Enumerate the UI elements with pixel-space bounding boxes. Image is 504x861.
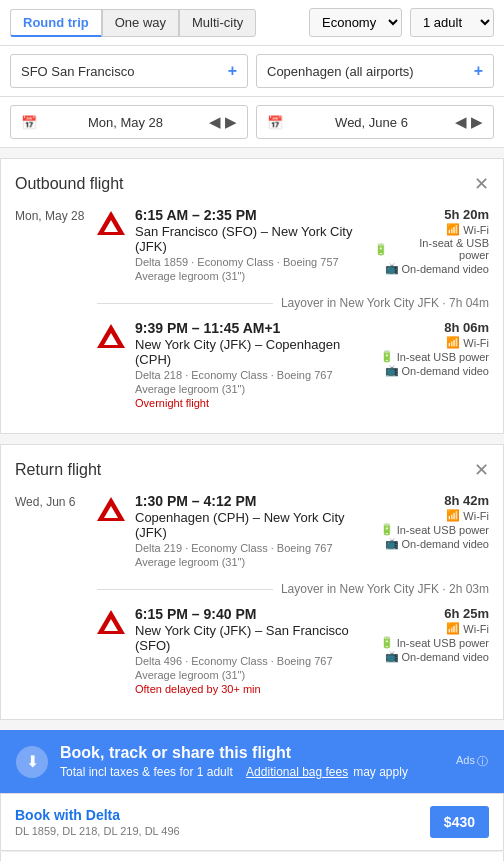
- return-seg1-video: 📺 On-demand video: [374, 537, 489, 550]
- outbound-layover-text: Layover in New York City JFK: [281, 296, 439, 310]
- booking-option-delta-name[interactable]: Book with Delta: [15, 807, 180, 823]
- outbound-seg1-video: 📺 On-demand video: [374, 262, 489, 275]
- return-seg2-time: 6:15 PM – 9:40 PM: [135, 606, 364, 622]
- return-header: Return flight ✕: [15, 459, 489, 481]
- return-seg2-details: Delta 496 · Economy Class · Boeing 767: [135, 655, 364, 667]
- outbound-layover-duration: 7h 04m: [449, 296, 489, 310]
- outbound-seg2-duration: 8h 06m: [374, 320, 489, 335]
- depart-date-input[interactable]: 📅 Mon, May 28 ◀ ▶: [10, 105, 248, 139]
- outbound-seg2-time: 9:39 PM – 11:45 AM+1: [135, 320, 364, 336]
- one-way-button[interactable]: One way: [102, 9, 179, 37]
- destination-input[interactable]: Copenhagen (all airports) +: [256, 54, 494, 88]
- outbound-seg1-route: San Francisco (SFO) – New York City (JFK…: [135, 224, 364, 254]
- return-segment-1: Wed, Jun 6 1:30 PM – 4:12 PM Copenhagen …: [15, 493, 489, 568]
- booking-option-delta: Book with Delta DL 1859, DL 218, DL 219,…: [0, 793, 504, 851]
- book-subtitle-text: Total incl taxes & fees for 1 adult: [60, 765, 233, 779]
- outbound-seg2-details: Delta 218 · Economy Class · Boeing 767: [135, 369, 364, 381]
- outbound-title: Outbound flight: [15, 175, 124, 193]
- return-date-input[interactable]: 📅 Wed, June 6 ◀ ▶: [256, 105, 494, 139]
- outbound-date: Mon, May 28: [15, 207, 87, 282]
- usb-icon-4: 🔋: [380, 636, 394, 649]
- wifi-icon-2: 📶: [446, 336, 460, 349]
- outbound-close-button[interactable]: ✕: [474, 173, 489, 195]
- return-close-button[interactable]: ✕: [474, 459, 489, 481]
- outbound-seg2-wifi: 📶 Wi-Fi: [374, 336, 489, 349]
- return-seg1-legroom: Average legroom (31"): [135, 556, 364, 568]
- search-row: SFO San Francisco + Copenhagen (all airp…: [0, 46, 504, 97]
- origin-plus-icon: +: [228, 62, 237, 80]
- outbound-seg1-time: 6:15 AM – 2:35 PM: [135, 207, 364, 223]
- top-bar: Round trip One way Multi-city Economy Bu…: [0, 0, 504, 46]
- outbound-seg2-route: New York City (JFK) – Copenhagen (CPH): [135, 337, 364, 367]
- return-next-icon[interactable]: ▶: [471, 113, 483, 131]
- depart-date-text: Mon, May 28: [88, 115, 163, 130]
- destination-plus-icon: +: [474, 62, 483, 80]
- round-trip-button[interactable]: Round trip: [10, 9, 102, 37]
- return-seg1-route: Copenhagen (CPH) – New York City (JFK): [135, 510, 364, 540]
- return-flight-card: Return flight ✕ Wed, Jun 6 1:30 PM – 4:1…: [0, 444, 504, 720]
- usb-icon-2: 🔋: [380, 350, 394, 363]
- outbound-seg1-details: Delta 1859 · Economy Class · Boeing 757: [135, 256, 364, 268]
- delta-logo-4: [97, 608, 125, 695]
- return-segment-2: 6:15 PM – 9:40 PM New York City (JFK) – …: [15, 606, 489, 695]
- cabin-class-select[interactable]: Economy Business First: [309, 8, 402, 37]
- wifi-icon-4: 📶: [446, 622, 460, 635]
- ads-info-icon[interactable]: ⓘ: [477, 754, 488, 769]
- return-seg1-time: 1:30 PM – 4:12 PM: [135, 493, 364, 509]
- depart-prev-icon[interactable]: ◀: [209, 113, 221, 131]
- calendar-icon-2: 📅: [267, 115, 283, 130]
- outbound-seg1-meta: 5h 20m 📶 Wi-Fi 🔋 In-seat & USB power 📺 O…: [374, 207, 489, 282]
- usb-icon-3: 🔋: [380, 523, 394, 536]
- booking-option-delta-price-button[interactable]: $430: [430, 806, 489, 838]
- bag-fees-link[interactable]: Additional bag fees: [246, 765, 348, 779]
- wifi-icon-3: 📶: [446, 509, 460, 522]
- return-seg2-route: New York City (JFK) – San Francisco (SFO…: [135, 623, 364, 653]
- outbound-seg1-usb: 🔋 In-seat & USB power: [374, 237, 489, 261]
- book-banner-top: ⬇ Book, track or share this flight Total…: [16, 744, 488, 779]
- destination-text: Copenhagen (all airports): [267, 64, 414, 79]
- depart-next-icon[interactable]: ▶: [225, 113, 237, 131]
- return-seg2-wifi: 📶 Wi-Fi: [374, 622, 489, 635]
- delta-logo-2: [97, 322, 125, 409]
- return-layover-duration: 2h 03m: [449, 582, 489, 596]
- video-icon-3: 📺: [385, 537, 399, 550]
- outbound-seg1-duration: 5h 20m: [374, 207, 489, 222]
- return-layover: Layover in New York City JFK · 2h 03m: [97, 582, 489, 596]
- ads-label: Ads ⓘ: [456, 754, 488, 769]
- book-banner-title: Book, track or share this flight: [60, 744, 408, 762]
- depart-date-nav: ◀ ▶: [209, 113, 237, 131]
- return-seg2-meta: 6h 25m 📶 Wi-Fi 🔋 In-seat USB power 📺 On-…: [374, 606, 489, 695]
- origin-input[interactable]: SFO San Francisco +: [10, 54, 248, 88]
- trip-type-group: Round trip One way Multi-city: [10, 9, 256, 37]
- outbound-overnight-label: Overnight flight: [135, 397, 364, 409]
- wifi-icon: 📶: [446, 223, 460, 236]
- outbound-flight-card: Outbound flight ✕ Mon, May 28 6:15 AM – …: [0, 158, 504, 434]
- book-banner-subtitle: Total incl taxes & fees for 1 adult Addi…: [60, 765, 408, 779]
- return-seg2-video: 📺 On-demand video: [374, 650, 489, 663]
- return-seg2-duration: 6h 25m: [374, 606, 489, 621]
- return-seg1-wifi: 📶 Wi-Fi: [374, 509, 489, 522]
- outbound-seg2-date: [15, 320, 87, 409]
- delta-logo-1: [97, 209, 125, 282]
- return-seg1-details: Delta 219 · Economy Class · Boeing 767: [135, 542, 364, 554]
- return-prev-icon[interactable]: ◀: [455, 113, 467, 131]
- return-seg2-info: 6:15 PM – 9:40 PM New York City (JFK) – …: [135, 606, 364, 695]
- calendar-icon: 📅: [21, 115, 37, 130]
- return-date: Wed, Jun 6: [15, 493, 87, 568]
- book-banner-text: Book, track or share this flight Total i…: [60, 744, 408, 779]
- outbound-seg2-info: 9:39 PM – 11:45 AM+1 New York City (JFK)…: [135, 320, 364, 409]
- return-seg2-usb: 🔋 In-seat USB power: [374, 636, 489, 649]
- passengers-select[interactable]: 1 adult 2 adults: [410, 8, 494, 37]
- date-row: 📅 Mon, May 28 ◀ ▶ 📅 Wed, June 6 ◀ ▶: [0, 97, 504, 148]
- outbound-seg2-video: 📺 On-demand video: [374, 364, 489, 377]
- usb-icon: 🔋: [374, 243, 388, 256]
- multi-city-button[interactable]: Multi-city: [179, 9, 256, 37]
- outbound-layover: Layover in New York City JFK · 7h 04m: [97, 296, 489, 310]
- booking-option-delta-flights: DL 1859, DL 218, DL 219, DL 496: [15, 825, 180, 837]
- return-title: Return flight: [15, 461, 101, 479]
- booking-option-airfrance: Book with Air France Marketed as AF 2541…: [0, 852, 504, 861]
- download-icon: ⬇: [16, 746, 48, 778]
- outbound-header: Outbound flight ✕: [15, 173, 489, 195]
- outbound-seg2-meta: 8h 06m 📶 Wi-Fi 🔋 In-seat USB power 📺 On-…: [374, 320, 489, 409]
- may-apply-text: may apply: [353, 765, 408, 779]
